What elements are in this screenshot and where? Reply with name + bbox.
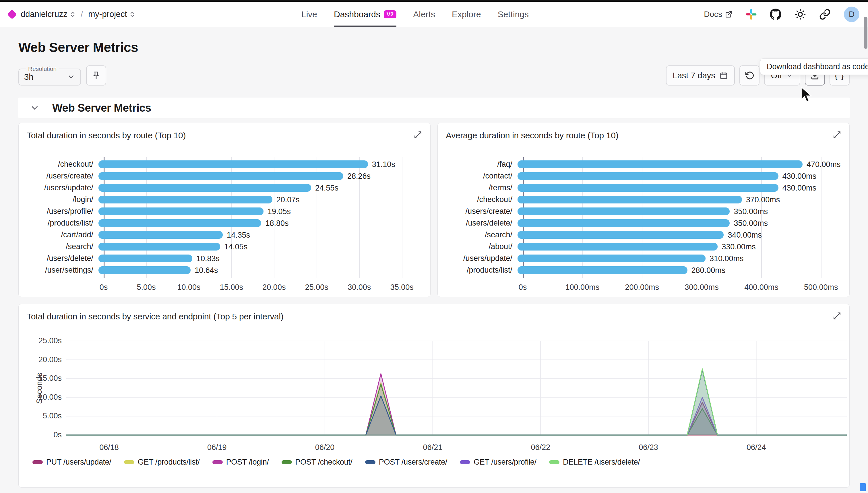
bar-row: /checkout/31.10s	[27, 158, 418, 170]
bar-category-label: /users/create/	[446, 207, 517, 216]
tab-dashboards[interactable]: Dashboards V2	[334, 2, 396, 27]
x-tick-label: 35.00s	[390, 283, 414, 292]
legend-item[interactable]: DELETE /users/delete/	[549, 458, 640, 467]
area-chart-plot[interactable]	[66, 339, 847, 438]
time-range-button[interactable]: Last 7 days	[666, 65, 735, 86]
legend-item[interactable]: PUT /users/update/	[33, 458, 111, 467]
bar[interactable]	[99, 184, 311, 192]
dashboard-toolbar: Resolution 3h Last 7 days Off	[18, 65, 850, 86]
charts-row: Total duration in seconds by route (Top …	[18, 123, 850, 297]
tab-live[interactable]: Live	[301, 2, 317, 27]
user-avatar[interactable]: D	[844, 6, 860, 22]
refresh-button[interactable]	[739, 65, 760, 86]
bar[interactable]	[517, 266, 687, 274]
bar-row: /terms/430.00ms	[446, 182, 837, 194]
expand-icon[interactable]	[833, 312, 841, 321]
resolution-select[interactable]: Resolution 3h	[18, 65, 81, 86]
legend-item[interactable]: POST /checkout/	[281, 458, 353, 467]
expand-icon[interactable]	[833, 131, 841, 140]
bar[interactable]	[99, 219, 261, 227]
bar-category-label: /users/update/	[27, 184, 99, 192]
bar-category-label: /products/list/	[446, 266, 517, 275]
bar[interactable]	[517, 208, 729, 215]
expand-icon[interactable]	[414, 131, 422, 140]
share-link-icon[interactable]	[819, 8, 831, 20]
bar[interactable]	[99, 196, 272, 203]
bar-row: /users/delete/10.83s	[27, 253, 418, 264]
x-tick-label: 0s	[100, 283, 108, 292]
bar[interactable]	[517, 184, 779, 192]
legend-label: POST /checkout/	[295, 458, 353, 467]
y-axis-title: Seconds	[35, 371, 44, 406]
bar[interactable]	[99, 255, 192, 262]
legend-item[interactable]: POST /login/	[212, 458, 269, 467]
bar-row: /products/list/18.80s	[27, 217, 418, 229]
bar[interactable]	[517, 219, 729, 227]
bar[interactable]	[517, 196, 742, 203]
bar[interactable]	[99, 231, 223, 239]
legend-label: PUT /users/update/	[46, 458, 111, 467]
area-fill	[66, 370, 847, 435]
bar[interactable]	[517, 231, 724, 239]
bar[interactable]	[517, 243, 718, 251]
y-tick-label: 20.00s	[19, 355, 62, 364]
tab-explore[interactable]: Explore	[452, 2, 481, 27]
chevron-updown-icon	[129, 11, 135, 18]
scrollbar-thumb[interactable]	[864, 17, 867, 49]
bar-value-label: 14.05s	[224, 242, 248, 251]
github-icon[interactable]	[770, 8, 781, 20]
bar[interactable]	[517, 255, 705, 262]
chevron-down-icon[interactable]	[30, 103, 40, 113]
slack-icon[interactable]	[746, 9, 757, 20]
section-header[interactable]: Web Server Metrics	[18, 98, 850, 118]
x-tick-label: 100.00ms	[566, 283, 600, 292]
bar[interactable]	[517, 160, 803, 168]
bar[interactable]	[99, 208, 263, 215]
legend-label: DELETE /users/delete/	[563, 458, 640, 467]
breadcrumb-separator: /	[81, 9, 83, 19]
bar-value-label: 470.00ms	[807, 160, 841, 169]
project-switcher[interactable]: my-project	[88, 9, 135, 19]
legend-swatch-icon	[365, 460, 376, 464]
org-switcher[interactable]: ddanielcruzz	[21, 9, 76, 19]
resolution-value: 3h	[24, 72, 33, 82]
x-tick-label: 06/19	[207, 443, 227, 452]
project-name: my-project	[88, 9, 127, 19]
bar-category-label: /cart/add/	[27, 231, 99, 239]
bar[interactable]	[99, 243, 220, 251]
docs-link[interactable]: Docs	[704, 10, 733, 19]
series-line	[66, 383, 847, 435]
theme-sun-icon[interactable]	[795, 8, 806, 20]
page-title: Web Server Metrics	[18, 40, 850, 55]
bar-chart-average-duration: /faq/470.00ms/contact/430.00ms/terms/430…	[446, 158, 837, 294]
bar-value-label: 280.00ms	[692, 266, 726, 275]
legend-item[interactable]: GET /products/list/	[124, 458, 200, 467]
org-name: ddanielcruzz	[21, 9, 67, 19]
bar[interactable]	[99, 172, 343, 180]
tab-settings[interactable]: Settings	[498, 2, 529, 27]
pin-resolution-button[interactable]	[86, 65, 106, 86]
bar-row: /search/340.00ms	[446, 229, 837, 241]
legend-swatch-icon	[281, 460, 292, 464]
panel-title: Total duration in seconds by route (Top …	[27, 131, 186, 140]
series-line	[66, 373, 847, 435]
bar-category-label: /checkout/	[446, 195, 517, 204]
bar-value-label: 18.80s	[265, 219, 289, 228]
x-tick-label: 06/23	[639, 443, 658, 452]
x-axis: 0s5.00s10.00s15.00s20.00s25.00s30.00s35.…	[104, 276, 418, 294]
legend-item[interactable]: GET /users/profile/	[460, 458, 536, 467]
bar[interactable]	[99, 160, 368, 168]
legend-item[interactable]: POST /users/create/	[365, 458, 447, 467]
breadcrumb: ddanielcruzz / my-project	[8, 9, 135, 19]
bar[interactable]	[99, 266, 191, 274]
x-tick-label: 20.00s	[262, 283, 285, 292]
legend-label: GET /users/profile/	[473, 458, 536, 467]
x-tick-label: 10.00s	[177, 283, 200, 292]
tab-alerts[interactable]: Alerts	[413, 2, 435, 27]
area-fill	[66, 402, 847, 435]
bar-category-label: /faq/	[446, 160, 517, 169]
x-tick-label: 300.00ms	[684, 283, 719, 292]
bar-value-label: 20.07s	[276, 195, 300, 204]
bar[interactable]	[517, 172, 779, 180]
bar-category-label: /users/profile/	[27, 207, 99, 216]
